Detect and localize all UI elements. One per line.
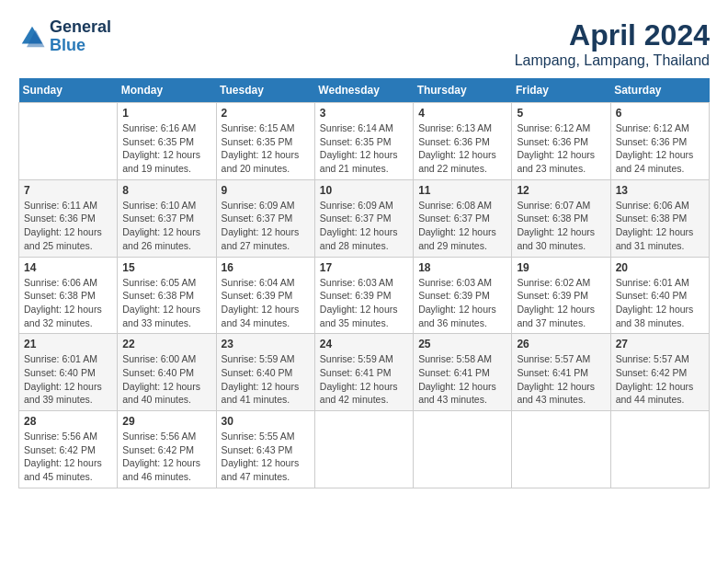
day-number: 9 [222, 184, 310, 197]
day-number: 7 [24, 184, 112, 197]
calendar-cell: 10Sunrise: 6:09 AM Sunset: 6:37 PM Dayli… [314, 179, 413, 257]
day-number: 11 [418, 184, 506, 197]
day-number: 23 [222, 338, 310, 350]
calendar-cell: 21Sunrise: 6:01 AM Sunset: 6:40 PM Dayli… [19, 334, 118, 411]
day-number: 29 [122, 415, 210, 428]
day-info: Sunrise: 6:09 AM Sunset: 6:37 PM Dayligh… [222, 199, 310, 253]
day-number: 2 [222, 107, 310, 120]
day-info: Sunrise: 5:58 AM Sunset: 6:41 PM Dayligh… [418, 352, 506, 407]
day-number: 3 [320, 107, 408, 120]
day-number: 17 [320, 261, 408, 274]
day-number: 16 [222, 261, 310, 274]
day-info: Sunrise: 6:06 AM Sunset: 6:38 PM Dayligh… [24, 276, 112, 330]
header-tuesday: Tuesday [216, 78, 314, 103]
day-info: Sunrise: 6:15 AM Sunset: 6:35 PM Dayligh… [222, 121, 310, 176]
calendar-week-row: 21Sunrise: 6:01 AM Sunset: 6:40 PM Dayli… [19, 334, 710, 411]
day-info: Sunrise: 6:11 AM Sunset: 6:36 PM Dayligh… [24, 199, 112, 253]
calendar-week-row: 1Sunrise: 6:16 AM Sunset: 6:35 PM Daylig… [19, 103, 710, 180]
calendar-cell: 18Sunrise: 6:03 AM Sunset: 6:39 PM Dayli… [414, 257, 512, 334]
day-number: 18 [418, 261, 506, 274]
day-info: Sunrise: 6:04 AM Sunset: 6:39 PM Dayligh… [222, 276, 310, 330]
day-number: 30 [222, 415, 310, 428]
day-info: Sunrise: 6:01 AM Sunset: 6:40 PM Dayligh… [616, 276, 704, 330]
calendar-cell: 25Sunrise: 5:58 AM Sunset: 6:41 PM Dayli… [414, 334, 512, 411]
header-saturday: Saturday [610, 78, 709, 103]
day-number: 15 [122, 261, 210, 274]
day-number: 28 [24, 415, 112, 428]
day-number: 27 [616, 338, 704, 350]
header-friday: Friday [512, 78, 610, 103]
calendar-cell: 16Sunrise: 6:04 AM Sunset: 6:39 PM Dayli… [216, 257, 314, 334]
day-number: 1 [122, 107, 210, 120]
calendar-cell: 12Sunrise: 6:07 AM Sunset: 6:38 PM Dayli… [512, 179, 610, 257]
day-number: 6 [616, 107, 704, 120]
calendar-table: SundayMondayTuesdayWednesdayThursdayFrid… [18, 78, 710, 488]
calendar-week-row: 7Sunrise: 6:11 AM Sunset: 6:36 PM Daylig… [19, 179, 710, 257]
day-info: Sunrise: 6:02 AM Sunset: 6:39 PM Dayligh… [517, 276, 605, 330]
page-header: General Blue April 2024 Lampang, Lampang… [18, 18, 710, 69]
logo-icon [18, 23, 46, 51]
day-info: Sunrise: 6:01 AM Sunset: 6:40 PM Dayligh… [24, 352, 112, 407]
header-thursday: Thursday [414, 78, 512, 103]
calendar-cell [414, 411, 512, 488]
calendar-cell: 5Sunrise: 6:12 AM Sunset: 6:36 PM Daylig… [512, 103, 610, 180]
calendar-cell: 26Sunrise: 5:57 AM Sunset: 6:41 PM Dayli… [512, 334, 610, 411]
calendar-cell [314, 411, 413, 488]
calendar-cell: 3Sunrise: 6:14 AM Sunset: 6:35 PM Daylig… [314, 103, 413, 180]
logo: General Blue [18, 18, 111, 55]
calendar-cell: 24Sunrise: 5:59 AM Sunset: 6:41 PM Dayli… [314, 334, 413, 411]
day-info: Sunrise: 6:06 AM Sunset: 6:38 PM Dayligh… [616, 199, 704, 253]
calendar-cell: 13Sunrise: 6:06 AM Sunset: 6:38 PM Dayli… [610, 179, 709, 257]
logo-text-general: General [50, 18, 111, 37]
day-info: Sunrise: 6:03 AM Sunset: 6:39 PM Dayligh… [418, 276, 506, 330]
day-info: Sunrise: 5:59 AM Sunset: 6:40 PM Dayligh… [222, 352, 310, 407]
day-number: 19 [517, 261, 605, 274]
day-number: 12 [517, 184, 605, 197]
header-monday: Monday [118, 78, 216, 103]
calendar-cell: 1Sunrise: 6:16 AM Sunset: 6:35 PM Daylig… [118, 103, 216, 180]
calendar-cell: 28Sunrise: 5:56 AM Sunset: 6:42 PM Dayli… [19, 411, 118, 488]
day-number: 26 [517, 338, 605, 350]
day-number: 25 [418, 338, 506, 350]
day-info: Sunrise: 6:13 AM Sunset: 6:36 PM Dayligh… [418, 121, 506, 176]
day-number: 5 [517, 107, 605, 120]
calendar-week-row: 14Sunrise: 6:06 AM Sunset: 6:38 PM Dayli… [19, 257, 710, 334]
day-info: Sunrise: 6:03 AM Sunset: 6:39 PM Dayligh… [320, 276, 408, 330]
day-number: 14 [24, 261, 112, 274]
calendar-subtitle: Lampang, Lampang, Thailand [515, 52, 710, 69]
calendar-cell: 27Sunrise: 5:57 AM Sunset: 6:42 PM Dayli… [610, 334, 709, 411]
calendar-cell: 22Sunrise: 6:00 AM Sunset: 6:40 PM Dayli… [118, 334, 216, 411]
day-info: Sunrise: 5:56 AM Sunset: 6:42 PM Dayligh… [24, 430, 112, 484]
calendar-cell: 11Sunrise: 6:08 AM Sunset: 6:37 PM Dayli… [414, 179, 512, 257]
day-number: 24 [320, 338, 408, 350]
day-number: 8 [122, 184, 210, 197]
calendar-cell [19, 103, 118, 180]
day-info: Sunrise: 6:14 AM Sunset: 6:35 PM Dayligh… [320, 121, 408, 176]
calendar-cell [610, 411, 709, 488]
calendar-cell: 17Sunrise: 6:03 AM Sunset: 6:39 PM Dayli… [314, 257, 413, 334]
day-number: 4 [418, 107, 506, 120]
day-info: Sunrise: 6:08 AM Sunset: 6:37 PM Dayligh… [418, 199, 506, 253]
day-info: Sunrise: 6:07 AM Sunset: 6:38 PM Dayligh… [517, 199, 605, 253]
calendar-cell: 2Sunrise: 6:15 AM Sunset: 6:35 PM Daylig… [216, 103, 314, 180]
calendar-cell: 30Sunrise: 5:55 AM Sunset: 6:43 PM Dayli… [216, 411, 314, 488]
day-info: Sunrise: 5:56 AM Sunset: 6:42 PM Dayligh… [122, 430, 210, 484]
calendar-cell [512, 411, 610, 488]
day-info: Sunrise: 5:57 AM Sunset: 6:41 PM Dayligh… [517, 352, 605, 407]
calendar-header-row: SundayMondayTuesdayWednesdayThursdayFrid… [19, 78, 710, 103]
day-info: Sunrise: 5:57 AM Sunset: 6:42 PM Dayligh… [616, 352, 704, 407]
calendar-cell: 9Sunrise: 6:09 AM Sunset: 6:37 PM Daylig… [216, 179, 314, 257]
day-number: 10 [320, 184, 408, 197]
calendar-cell: 7Sunrise: 6:11 AM Sunset: 6:36 PM Daylig… [19, 179, 118, 257]
calendar-cell: 23Sunrise: 5:59 AM Sunset: 6:40 PM Dayli… [216, 334, 314, 411]
calendar-cell: 29Sunrise: 5:56 AM Sunset: 6:42 PM Dayli… [118, 411, 216, 488]
calendar-week-row: 28Sunrise: 5:56 AM Sunset: 6:42 PM Dayli… [19, 411, 710, 488]
day-info: Sunrise: 6:12 AM Sunset: 6:36 PM Dayligh… [517, 121, 605, 176]
day-number: 21 [24, 338, 112, 350]
day-info: Sunrise: 6:05 AM Sunset: 6:38 PM Dayligh… [122, 276, 210, 330]
day-info: Sunrise: 5:59 AM Sunset: 6:41 PM Dayligh… [320, 352, 408, 407]
day-number: 20 [616, 261, 704, 274]
calendar-cell: 15Sunrise: 6:05 AM Sunset: 6:38 PM Dayli… [118, 257, 216, 334]
day-number: 22 [122, 338, 210, 350]
logo-text-blue: Blue [50, 37, 111, 55]
